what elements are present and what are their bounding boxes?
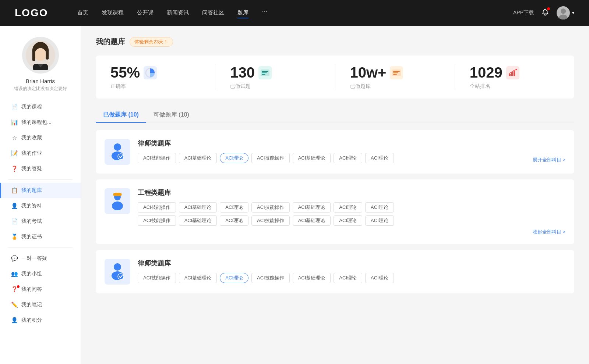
tag-2-r2-5[interactable]: ACI理论 [334, 215, 362, 226]
homework-icon: 📝 [11, 150, 18, 157]
tag-3-1[interactable]: ACI基础理论 [179, 273, 217, 283]
nav-questionbank[interactable]: 题库 [237, 8, 248, 18]
sidebar-item-course-package[interactable]: 📊 我的课程包... [0, 115, 81, 130]
nav-discover[interactable]: 发现课程 [102, 8, 124, 18]
ranking-icon [506, 66, 519, 79]
tag-2-6[interactable]: ACI理论 [365, 202, 394, 213]
sidebar-item-myqa[interactable]: ❓ 我的问答 [0, 282, 81, 297]
notification-bell[interactable] [541, 8, 549, 18]
svg-point-1 [561, 8, 566, 14]
svg-rect-19 [511, 72, 513, 76]
sidebar-item-course[interactable]: 📄 我的课程 [0, 99, 81, 115]
tab-done-banks[interactable]: 已做题库 (10) [96, 107, 146, 122]
sidebar-item-notes[interactable]: ✏️ 我的笔记 [0, 297, 81, 313]
bank-card-3-tags: ACI技能操作 ACI基础理论 ACI理论 ACI技能操作 ACI基础理论 AC… [138, 273, 565, 283]
qa-icon: ❓ [11, 165, 18, 172]
tag-2-r2-0[interactable]: ACI技能操作 [138, 215, 176, 226]
bank-card-1-tags: ACI技能操作 ACI基础理论 ACI理论 ACI技能操作 ACI基础理论 AC… [138, 153, 565, 163]
user-avatar-header[interactable]: ▾ [557, 6, 574, 19]
sidebar-item-profile[interactable]: 👤 我的资料 [0, 198, 81, 214]
ranking-value: 1029 [470, 64, 502, 81]
tag-1-5[interactable]: ACI理论 [334, 153, 362, 163]
tag-2-1[interactable]: ACI基础理论 [179, 202, 217, 213]
stat-accuracy: 55% 正确率 [96, 64, 215, 90]
tag-2-4[interactable]: ACI基础理论 [293, 202, 331, 213]
tag-2-r2-6[interactable]: ACI理论 [365, 215, 394, 226]
tag-2-r2-2[interactable]: ACI理论 [220, 215, 248, 226]
sidebar-item-favorites[interactable]: ☆ 我的收藏 [0, 130, 81, 146]
sidebar-item-homework[interactable]: 📝 我的作业 [0, 146, 81, 161]
tag-1-6[interactable]: ACI理论 [365, 153, 394, 163]
svg-rect-12 [262, 72, 267, 73]
nav-qa[interactable]: 问答社区 [202, 8, 224, 18]
sidebar: Brian Harris 错误的决定比没有决定要好 📄 我的课程 📊 我的课程包… [0, 26, 81, 364]
tag-1-1[interactable]: ACI基础理论 [179, 153, 217, 163]
main-content: 我的题库 体验剩余23天！ 55% 正确率 [81, 26, 589, 364]
favorites-icon: ☆ [11, 135, 18, 141]
points-icon: 👤 [11, 317, 18, 324]
nav-news[interactable]: 新闻资讯 [167, 8, 189, 18]
user-motto: 错误的决定比没有决定要好 [14, 86, 67, 92]
tag-3-3[interactable]: ACI技能操作 [251, 273, 290, 283]
stat-done-questions: 130 已做试题 [215, 64, 335, 90]
svg-rect-16 [393, 72, 398, 73]
layout: Brian Harris 错误的决定比没有决定要好 📄 我的课程 📊 我的课程包… [0, 26, 589, 364]
svg-rect-11 [262, 71, 268, 72]
sidebar-item-exam[interactable]: 📄 我的考试 [0, 214, 81, 229]
svg-point-27 [113, 193, 122, 196]
group-icon: 👥 [11, 271, 18, 277]
tag-2-r2-3[interactable]: ACI技能操作 [251, 215, 290, 226]
header: LOGO 首页 发现课程 公开课 新闻资讯 问答社区 题库 ··· APP下载 … [0, 0, 589, 26]
tab-available-banks[interactable]: 可做题库 (10) [146, 107, 197, 122]
sidebar-item-points[interactable]: 👤 我的积分 [0, 313, 81, 328]
stat-ranking-top: 1029 [470, 64, 519, 81]
bank-card-1-icon [105, 139, 130, 165]
svg-rect-6 [32, 49, 35, 61]
nav-open-course[interactable]: 公开课 [137, 8, 154, 18]
tag-2-2[interactable]: ACI理论 [220, 202, 248, 213]
sidebar-item-one-on-one[interactable]: 💬 一对一答疑 [0, 251, 81, 266]
bank-card-1-content: 律师类题库 ACI技能操作 ACI基础理论 ACI理论 ACI技能操作 ACI基… [138, 139, 565, 163]
svg-point-28 [112, 201, 123, 210]
tag-3-2[interactable]: ACI理论 [220, 273, 248, 283]
bank-card-1-expand[interactable]: 展开全部科目 > [533, 157, 565, 163]
tag-3-0[interactable]: ACI技能操作 [138, 273, 176, 283]
tag-2-0[interactable]: ACI技能操作 [138, 202, 176, 213]
stats-row: 55% 正确率 130 [96, 56, 574, 99]
bank-card-2-collapse[interactable]: 收起全部科目 > [533, 229, 565, 235]
tag-3-5[interactable]: ACI理论 [334, 273, 362, 283]
questionbank-icon: 📋 [11, 187, 18, 194]
tag-1-3[interactable]: ACI技能操作 [251, 153, 290, 163]
nav-more[interactable]: ··· [262, 8, 267, 18]
bank-card-1-name: 律师类题库 [138, 139, 565, 148]
tag-2-5[interactable]: ACI理论 [334, 202, 362, 213]
stat-done-banks-top: 10w+ [350, 64, 403, 81]
tag-1-2[interactable]: ACI理论 [220, 153, 248, 163]
tag-3-6[interactable]: ACI理论 [365, 273, 394, 283]
tag-3-4[interactable]: ACI基础理论 [293, 273, 331, 283]
divider-2 [8, 247, 73, 248]
bank-card-3-header: 律师类题库 ACI技能操作 ACI基础理论 ACI理论 ACI技能操作 ACI基… [105, 259, 565, 285]
sidebar-item-questionbank[interactable]: 📋 我的题库 [0, 183, 81, 198]
app-download-button[interactable]: APP下载 [513, 10, 534, 16]
sidebar-item-qa[interactable]: ❓ 我的答疑 [0, 161, 81, 176]
svg-rect-7 [46, 49, 49, 60]
svg-point-22 [114, 143, 121, 151]
one-on-one-icon: 💬 [11, 255, 18, 262]
notes-icon: ✏️ [11, 301, 18, 308]
tag-1-0[interactable]: ACI技能操作 [138, 153, 176, 163]
tag-2-3[interactable]: ACI技能操作 [251, 202, 290, 213]
profile-icon: 👤 [11, 203, 18, 209]
bank-card-2-tags-row-1: ACI技能操作 ACI基础理论 ACI理论 ACI技能操作 ACI基础理论 AC… [138, 202, 565, 213]
tag-1-4[interactable]: ACI基础理论 [293, 153, 331, 163]
tabs: 已做题库 (10) 可做题库 (10) [96, 107, 574, 123]
chevron-down-icon: ▾ [572, 10, 574, 15]
svg-point-5 [35, 48, 46, 61]
nav-home[interactable]: 首页 [77, 8, 88, 18]
sidebar-item-group[interactable]: 👥 我的小组 [0, 266, 81, 282]
tag-2-r2-1[interactable]: ACI基础理论 [179, 215, 217, 226]
sidebar-item-certificate[interactable]: 🏅 我的证书 [0, 229, 81, 245]
tag-2-r2-4[interactable]: ACI基础理论 [293, 215, 331, 226]
trial-badge: 体验剩余23天！ [130, 37, 173, 47]
page-title: 我的题库 [96, 37, 125, 47]
